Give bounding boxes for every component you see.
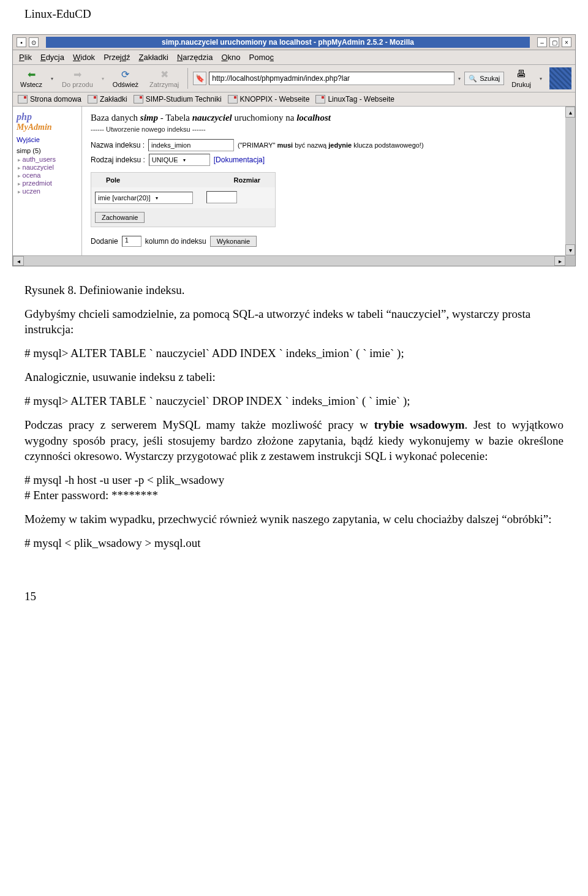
paragraph: Analogicznie, usuwanie indeksu z tabeli: [24,369,564,385]
field-select[interactable]: imie [varchar(20)]▾ [95,192,193,204]
bookmark-home[interactable]: Strona domowa [18,95,81,104]
label-index-type: Rodzaj indeksu : [91,156,145,164]
reload-button[interactable]: ⟳ Odśwież [109,67,142,89]
browser-window: ▪ ⊙ simp.nauczyciel uruchomiony na local… [12,34,576,266]
add-suffix: kolumn do indeksu [145,237,206,246]
horizontal-scrollbar[interactable]: ◂ ▸ [13,255,565,266]
bookmark-knoppix[interactable]: KNOPPIX - Webseite [228,95,310,104]
sidebar-home-link[interactable]: Wyjście [17,136,78,143]
add-prefix: Dodanie [91,237,118,246]
throbber-icon [549,67,571,89]
sysmenu-icon[interactable]: ▪ [17,37,26,47]
col-size: Rozmiar [219,173,275,187]
paragraph: Gdybyśmy chcieli samodzielnie, za pomocą… [24,306,564,337]
scroll-up-icon[interactable]: ▴ [565,107,575,118]
paragraph: Podczas pracy z serwerem MySQL mamy takż… [24,417,564,463]
sidebar-table[interactable]: uczen [18,187,78,195]
sidebar-table[interactable]: nauczyciel [18,164,78,171]
resize-grip[interactable] [565,255,575,265]
print-caret[interactable]: ▾ [538,76,543,81]
scroll-down-icon[interactable]: ▾ [565,244,575,255]
bookmark-icon [18,95,28,104]
code-line: # mysql> ALTER TABLE ` nauczyciel` ADD I… [24,345,564,361]
code-line: # mysql> ALTER TABLE ` nauczyciel` DROP … [24,393,564,408]
page-number: 15 [0,578,588,622]
scroll-left-icon[interactable]: ◂ [13,256,24,266]
col-field: Pole [91,173,219,187]
sidebar-db[interactable]: simp (5) [17,147,78,154]
bookmark-icon [228,95,238,104]
print-button[interactable]: 🖶 Drukuj [508,67,535,89]
code-line: # mysql -h host -u user -p < plik_wsadow… [24,472,564,488]
doc-title: Linux-EduCD [24,7,91,20]
add-count-input[interactable]: 1 [122,236,141,247]
forward-icon: ➡ [70,69,84,80]
vertical-scrollbar[interactable]: ▴ ▾ [565,107,575,255]
sidebar-table[interactable]: przedmiot [18,179,78,187]
window-title: simp.nauczyciel uruchomiony na localhost… [46,37,530,48]
bookmark-bar: Strona domowa Zakładki SIMP-Studium Tech… [13,92,575,107]
url-input[interactable]: http://localhost/phpmyadmin/index.php?la… [209,72,454,85]
documentation-link[interactable]: [Dokumentacja] [214,156,265,164]
forward-button[interactable]: ➡ Do przodu [58,67,97,89]
primary-note: ("PRIMARY" musi być nazwą jedynie klucza… [238,141,424,149]
figure-caption: Rysunek 8. Definiowanie indeksu. [24,282,564,298]
sidebar-table[interactable]: ocena [18,171,78,179]
save-button[interactable]: Zachowanie [95,212,145,223]
menu-help[interactable]: Pomoc [249,53,274,62]
print-icon: 🖶 [514,69,528,80]
document-body: Rysunek 8. Definiowanie indeksu. Gdybyśm… [0,274,588,578]
menu-window[interactable]: Okno [221,53,240,62]
sticky-icon[interactable]: ⊙ [29,37,39,47]
code-line: # mysql < plik_wsadowy > mysql.out [24,535,564,551]
back-button[interactable]: ⬅ Wstecz [17,67,46,89]
stop-button[interactable]: ✖ Zatrzymaj [146,67,183,89]
reload-icon: ⟳ [119,69,132,80]
bookmark-linuxtag[interactable]: LinuxTag - Webseite [315,95,394,104]
back-icon: ⬅ [24,69,38,80]
bookmark-simp[interactable]: SIMP-Studium Techniki [134,95,222,104]
menu-edit[interactable]: Edycja [40,53,64,62]
index-fields-grid: Pole Rozmiar imie [varchar(20)]▾ Zachowa… [91,172,276,227]
search-icon: 🔍 [469,75,477,83]
execute-button[interactable]: Wykonanie [210,236,257,247]
back-history-caret[interactable]: ▾ [50,76,55,81]
stop-icon: ✖ [157,69,171,80]
label-index-name: Nazwa indeksu : [91,141,145,149]
bookmark-icon [134,95,143,104]
sidebar-table[interactable]: auth_users [18,156,78,163]
menu-bookmarks[interactable]: Zakładki [138,53,168,62]
scroll-track[interactable] [24,256,554,266]
menubar: Plik Edycja Widok Przejdź Zakładki Narzę… [13,50,575,65]
url-history-caret[interactable]: ▾ [457,76,462,81]
menu-file[interactable]: Plik [19,53,32,62]
chevron-down-icon: ▾ [156,195,158,201]
minimize-icon[interactable]: – [537,37,547,47]
scroll-track[interactable] [565,118,575,244]
index-type-select[interactable]: UNIQUE▾ [149,154,210,166]
phpmyadmin-sidebar: phpMyAdmin Wyjście simp (5) auth_users n… [13,107,82,255]
scroll-right-icon[interactable]: ▸ [554,256,565,266]
search-button[interactable]: 🔍 Szukaj [464,72,504,85]
phpmyadmin-main: Baza danych simp - Tabela nauczyciel uru… [82,107,565,255]
maximize-icon[interactable]: ▢ [549,37,559,47]
toolbar-separator [187,68,188,89]
toolbar: ⬅ Wstecz ▾ ➡ Do przodu ▾ ⟳ Odśwież ✖ Zat… [13,65,575,92]
close-icon[interactable]: × [562,37,571,47]
forward-history-caret[interactable]: ▾ [100,76,105,81]
chevron-down-icon: ▾ [183,157,186,163]
window-titlebar: ▪ ⊙ simp.nauczyciel uruchomiony na local… [13,35,575,50]
menu-go[interactable]: Przejdź [104,53,130,62]
bookmark-folder[interactable]: Zakładki [88,95,127,104]
bookmark-page-icon[interactable]: 🔖 [193,72,206,85]
page-title: Baza danych simp - Tabela nauczyciel uru… [91,113,557,123]
code-line: # Enter password: ******** [24,488,564,503]
index-name-input[interactable]: indeks_imion [148,139,234,151]
menu-tools[interactable]: Narzędzia [177,53,213,62]
paragraph: Możemy w takim wypadku, przechwycić równ… [24,511,564,527]
size-input[interactable] [206,191,237,203]
section-subtitle: ------ Utworzenie nowego indeksu ------ [91,126,557,133]
menu-view[interactable]: Widok [73,53,95,62]
bookmark-icon [315,95,325,104]
phpmyadmin-logo: phpMyAdmin [17,111,78,132]
